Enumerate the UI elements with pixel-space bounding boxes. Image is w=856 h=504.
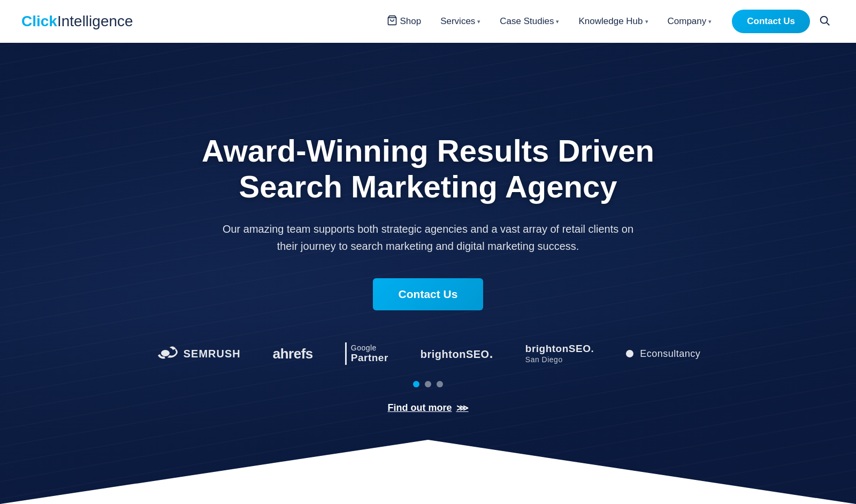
nav-link-case-studies[interactable]: Case Studies ▾ [492, 12, 567, 31]
brightonseo-logo: brightonSEO. [421, 346, 493, 361]
site-logo[interactable]: Click Intelligence [21, 13, 133, 30]
logo-click: Click [21, 13, 57, 30]
nav-link-shop[interactable]: Shop [379, 11, 429, 33]
carousel-dot-1[interactable] [413, 381, 419, 387]
ahrefs-text: ahrefs [273, 346, 313, 362]
shop-bag-icon [387, 15, 398, 28]
partner-text: Partner [351, 352, 388, 364]
find-out-more-link[interactable]: Find out more ⋙ [388, 402, 469, 414]
knowledge-hub-label: Knowledge Hub [578, 16, 643, 27]
nav-item-services[interactable]: Services ▾ [433, 12, 488, 31]
hero-contact-us-button[interactable]: Contact Us [373, 278, 484, 310]
partner-logos-row: SEMRUSH ahrefs Google Partner brightonSE… [156, 342, 701, 365]
svg-line-2 [827, 22, 829, 25]
nav-item-knowledge-hub[interactable]: Knowledge Hub ▾ [571, 12, 655, 31]
econsultancy-logo: Econsultancy [626, 348, 700, 360]
nav-item-shop[interactable]: Shop [379, 11, 429, 33]
knowledge-hub-chevron-icon: ▾ [645, 18, 648, 25]
semrush-icon [156, 345, 179, 363]
hero-subtitle: Our amazing team supports both strategic… [219, 220, 637, 255]
san-diego-text: San Diego [525, 355, 594, 364]
case-studies-label: Case Studies [500, 16, 554, 27]
google-partner-text: Google Partner [351, 343, 388, 364]
nav-item-case-studies[interactable]: Case Studies ▾ [492, 12, 567, 31]
search-icon [819, 17, 830, 28]
nav-link-knowledge-hub[interactable]: Knowledge Hub ▾ [571, 12, 655, 31]
case-studies-chevron-icon: ▾ [556, 18, 559, 25]
navbar: Click Intelligence Shop Services ▾ [0, 0, 856, 43]
ahrefs-logo: ahrefs [273, 346, 313, 362]
semrush-text: SEMRUSH [184, 348, 241, 360]
nav-link-services[interactable]: Services ▾ [433, 12, 488, 31]
nav-link-company[interactable]: Company ▾ [660, 12, 720, 31]
brightonseo-text: brightonSEO. [421, 346, 493, 361]
hero-title: Award-Winning Results Driven Search Mark… [155, 133, 701, 204]
carousel-dot-2[interactable] [425, 381, 431, 387]
google-partner-logo: Google Partner [345, 342, 388, 365]
semrush-logo: SEMRUSH [156, 345, 241, 363]
brightonseo-sandiego-text: brightonSEO. [525, 343, 594, 355]
find-out-more-label: Find out more [388, 402, 452, 414]
econsultancy-text: Econsultancy [640, 348, 700, 360]
google-partner-bar [345, 342, 347, 365]
nav-contact-us-button[interactable]: Contact Us [732, 10, 810, 33]
company-label: Company [668, 16, 707, 27]
brightonseo-sandiego-logo: brightonSEO. San Diego [525, 343, 594, 364]
nav-links: Shop Services ▾ Case Studies ▾ Knowledge… [379, 10, 810, 33]
nav-item-company[interactable]: Company ▾ [660, 12, 720, 31]
nav-item-contact[interactable]: Contact Us [723, 10, 810, 33]
shop-label: Shop [400, 16, 421, 27]
search-button[interactable] [814, 10, 835, 33]
services-chevron-icon: ▾ [477, 18, 480, 25]
carousel-dots [413, 381, 443, 387]
company-chevron-icon: ▾ [708, 18, 712, 25]
carousel-dot-3[interactable] [437, 381, 443, 387]
logo-intel: Intelligence [57, 13, 133, 30]
svg-point-1 [821, 16, 828, 23]
find-out-more-chevrons-icon: ⋙ [456, 403, 469, 413]
svg-point-3 [161, 350, 170, 356]
hero-section: Award-Winning Results Driven Search Mark… [0, 43, 856, 504]
econsultancy-dot-icon [626, 350, 633, 357]
hero-content: Award-Winning Results Driven Search Mark… [134, 133, 722, 310]
services-label: Services [440, 16, 475, 27]
google-text: Google [351, 343, 388, 352]
